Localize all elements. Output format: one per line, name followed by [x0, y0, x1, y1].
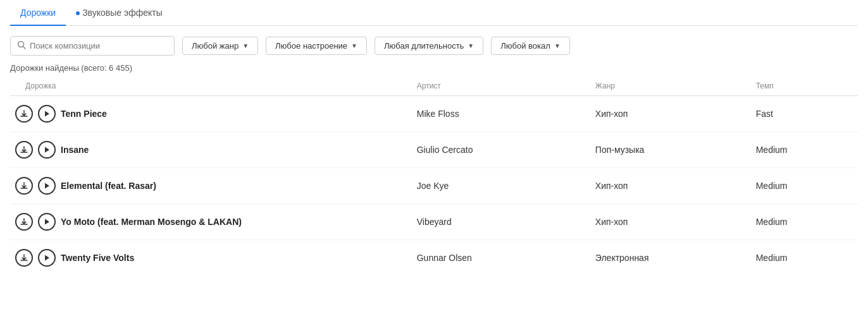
play-button[interactable]	[38, 249, 56, 267]
main-container: Дорожки Звуковые эффекты Любой жанр ▼ Лю…	[0, 0, 868, 321]
download-button[interactable]	[15, 141, 33, 159]
vocal-filter-arrow: ▼	[554, 42, 561, 49]
svg-marker-3	[45, 147, 49, 153]
download-button[interactable]	[15, 213, 33, 231]
tab-sfx[interactable]: Звуковые эффекты	[66, 0, 173, 25]
play-button[interactable]	[38, 105, 56, 123]
mood-filter-button[interactable]: Любое настроение ▼	[266, 37, 367, 55]
download-button[interactable]	[15, 177, 33, 195]
artist-cell: Joe Kye	[412, 168, 590, 204]
table-row: Twenty Five VoltsGunnar OlsenЭлектронная…	[10, 240, 858, 276]
artist-cell: Giulio Cercato	[412, 132, 590, 168]
tab-bar: Дорожки Звуковые эффекты	[10, 0, 858, 26]
genre-filter-arrow: ▼	[242, 42, 249, 49]
col-header-genre: Жанр	[590, 78, 751, 96]
genre-cell: Поп-музыка	[590, 132, 751, 168]
track-title: Tenn Piece	[61, 109, 107, 119]
tempo-cell: Medium	[751, 168, 858, 204]
tracks-table: Дорожка Артист Жанр Темп Tenn PieceMike …	[10, 78, 858, 276]
search-icon	[17, 40, 26, 51]
download-button[interactable]	[15, 105, 33, 123]
track-cell: Elemental (feat. Rasar)	[10, 168, 412, 204]
track-cell: Insane	[10, 132, 412, 168]
duration-filter-label: Любая длительность	[384, 41, 464, 51]
track-cell: Yo Moto (feat. Merman Mosengo & LAKAN)	[10, 204, 412, 240]
play-button[interactable]	[38, 177, 56, 195]
svg-marker-5	[45, 219, 49, 225]
genre-cell: Электронная	[590, 240, 751, 276]
svg-line-1	[23, 47, 26, 49]
col-header-tempo: Темп	[751, 78, 858, 96]
tempo-cell: Medium	[751, 240, 858, 276]
table-row: Elemental (feat. Rasar)Joe KyeХип-хопMed…	[10, 168, 858, 204]
search-input[interactable]	[30, 41, 168, 51]
results-count: Дорожки найдены (всего: 6 455)	[10, 63, 858, 73]
table-row: Yo Moto (feat. Merman Mosengo & LAKAN)Vi…	[10, 204, 858, 240]
tempo-cell: Medium	[751, 204, 858, 240]
mood-filter-arrow: ▼	[351, 42, 357, 49]
tempo-cell: Medium	[751, 132, 858, 168]
artist-cell: Vibeyard	[412, 204, 590, 240]
track-title: Yo Moto (feat. Merman Mosengo & LAKAN)	[61, 217, 242, 227]
track-cell: Twenty Five Volts	[10, 240, 412, 276]
table-header-row: Дорожка Артист Жанр Темп	[10, 78, 858, 96]
play-button[interactable]	[38, 213, 56, 231]
track-title: Twenty Five Volts	[61, 253, 134, 263]
tab-tracks-label: Дорожки	[20, 8, 56, 18]
mood-filter-label: Любое настроение	[275, 41, 347, 51]
search-box[interactable]	[10, 36, 175, 56]
col-header-artist: Артист	[412, 78, 590, 96]
artist-cell: Gunnar Olsen	[412, 240, 590, 276]
table-row: Tenn PieceMike FlossХип-хопFast	[10, 96, 858, 132]
genre-filter-label: Любой жанр	[192, 41, 239, 51]
genre-cell: Хип-хоп	[590, 96, 751, 132]
duration-filter-arrow: ▼	[468, 42, 474, 49]
vocal-filter-button[interactable]: Любой вокал ▼	[491, 37, 570, 55]
artist-cell: Mike Floss	[412, 96, 590, 132]
track-title: Elemental (feat. Rasar)	[61, 181, 156, 191]
svg-marker-6	[45, 255, 49, 261]
download-button[interactable]	[15, 249, 33, 267]
genre-cell: Хип-хоп	[590, 204, 751, 240]
track-cell: Tenn Piece	[10, 96, 412, 132]
col-header-track: Дорожка	[10, 78, 412, 96]
tempo-cell: Fast	[751, 96, 858, 132]
tab-sfx-dot	[76, 11, 80, 15]
play-button[interactable]	[38, 141, 56, 159]
filters-row: Любой жанр ▼ Любое настроение ▼ Любая дл…	[10, 36, 858, 56]
track-title: Insane	[61, 145, 89, 155]
svg-marker-2	[45, 111, 49, 117]
svg-marker-4	[45, 183, 49, 189]
duration-filter-button[interactable]: Любая длительность ▼	[375, 37, 483, 55]
vocal-filter-label: Любой вокал	[500, 41, 550, 51]
tab-sfx-label: Звуковые эффекты	[82, 8, 163, 18]
tab-tracks[interactable]: Дорожки	[10, 0, 66, 25]
genre-filter-button[interactable]: Любой жанр ▼	[182, 37, 258, 55]
genre-cell: Хип-хоп	[590, 168, 751, 204]
table-row: InsaneGiulio CercatoПоп-музыкаMedium	[10, 132, 858, 168]
